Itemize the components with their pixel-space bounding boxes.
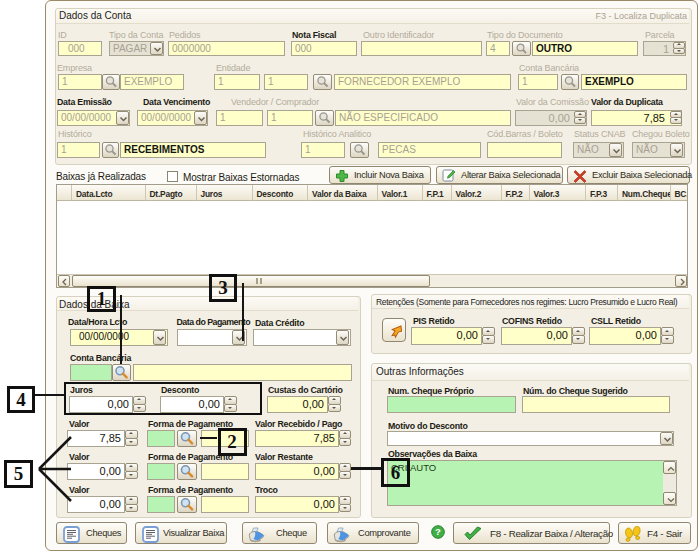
svg-text:?: ? [435, 526, 441, 537]
